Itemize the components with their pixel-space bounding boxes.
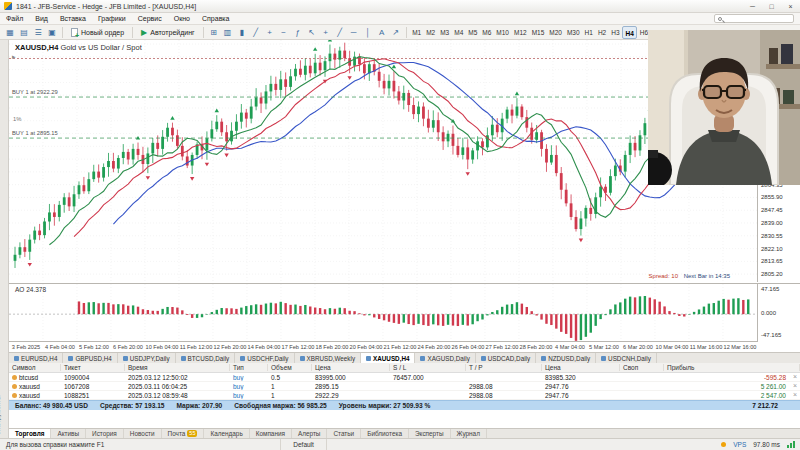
menu-item[interactable]: Справка: [196, 13, 235, 25]
column-header[interactable]: Тикет: [61, 364, 125, 371]
column-header[interactable]: Цена: [542, 364, 620, 371]
timeframe-m3[interactable]: M3: [438, 26, 452, 39]
indicators-icon[interactable]: ƒ: [291, 26, 305, 39]
chart-bars-icon[interactable]: ▥: [221, 26, 235, 39]
column-header[interactable]: Объем: [268, 364, 312, 371]
cursor-icon[interactable]: ↖: [305, 26, 319, 39]
timeframe-m6[interactable]: M6: [480, 26, 494, 39]
column-header[interactable]: Своп: [620, 364, 664, 371]
trendline-icon[interactable]: ╱: [333, 26, 347, 39]
toolbox-tab-label: Журнал: [457, 430, 480, 437]
chart-line-icon[interactable]: ╱: [249, 26, 263, 39]
toolbox-tab[interactable]: Компания: [250, 429, 292, 438]
menu-item[interactable]: Графики: [92, 13, 132, 25]
chart-tab[interactable]: USDCHF,Daily: [235, 353, 294, 363]
chart-tab[interactable]: USDCNH,Daily: [596, 353, 657, 363]
chart-tab[interactable]: NZDUSD,Daily: [536, 353, 596, 363]
column-header[interactable]: S / L: [390, 364, 466, 371]
timeframe-m20[interactable]: M20: [547, 26, 565, 39]
toolbox-tab[interactable]: Статьи: [327, 429, 361, 438]
toolbox-tab[interactable]: Журнал: [451, 429, 487, 438]
timeframe-m1[interactable]: M1: [410, 26, 424, 39]
timeframe-h1[interactable]: H1: [582, 26, 595, 39]
chart-tab[interactable]: XAGUSD,Daily: [415, 353, 475, 363]
close-button[interactable]: ×: [781, 0, 800, 12]
market-watch-icon[interactable]: ▦: [3, 26, 17, 39]
chart-tab[interactable]: XBRUSD,Weekly: [295, 353, 362, 363]
chart-tab[interactable]: USDCAD,Daily: [476, 353, 536, 363]
toolbox-tab[interactable]: Календарь: [204, 429, 249, 438]
menu-item[interactable]: Вставка: [54, 13, 92, 25]
alert-icon[interactable]: [721, 442, 726, 447]
chart-candles-icon[interactable]: ▮: [235, 26, 249, 39]
chart-tab[interactable]: BTCUSD,Daily: [176, 353, 236, 363]
minimize-button[interactable]: ─: [743, 0, 762, 12]
timeframe-m15[interactable]: M15: [529, 26, 547, 39]
data-window-icon[interactable]: ▤: [17, 26, 31, 39]
chart-tabs-bar: EURUSD,H4GBPUSD,H4USDJPY,DailyBTCUSD,Dai…: [9, 352, 800, 363]
chart-tab[interactable]: XAUUSD,H4: [361, 353, 415, 363]
toolbox-tab[interactable]: Библиотека: [361, 429, 409, 438]
menu-item[interactable]: Сервис: [132, 13, 168, 25]
zoom-in-icon[interactable]: +: [263, 26, 277, 39]
indicator-scale-label: -47.165: [761, 332, 781, 338]
menu-item[interactable]: Окно: [168, 13, 196, 25]
toolbox-tab[interactable]: Эксперты: [409, 429, 451, 438]
table-row[interactable]: xauusd10882512025.03.12 08:59:48buy12922…: [9, 391, 800, 400]
close-position-button[interactable]: ×: [793, 374, 797, 380]
column-header[interactable]: Цена: [312, 364, 390, 371]
profile-selector[interactable]: Default: [280, 439, 327, 450]
toolbox-tab[interactable]: Алерты: [292, 429, 327, 438]
timeframe-m5[interactable]: M5: [466, 26, 480, 39]
toolbox-vertical-tab[interactable]: Инструменты: [0, 395, 1, 434]
zoom-out-icon[interactable]: −: [277, 26, 291, 39]
crosshair-icon[interactable]: +: [319, 26, 333, 39]
vps-label[interactable]: VPS: [733, 441, 746, 448]
toolbox-tab[interactable]: Активы: [51, 429, 86, 438]
column-header[interactable]: T / P: [466, 364, 542, 371]
search-input[interactable]: [714, 14, 794, 23]
column-header[interactable]: Прибыль: [664, 364, 800, 371]
hline-icon[interactable]: ─: [347, 26, 361, 39]
maximize-button[interactable]: □: [762, 0, 781, 12]
chart-tab[interactable]: EURUSD,H4: [9, 353, 63, 363]
timeframe-m30[interactable]: M30: [564, 26, 582, 39]
indicator-pane[interactable]: AO 24.378 47.1650.000-47.165: [9, 283, 800, 341]
timeframe-h2[interactable]: H2: [595, 26, 608, 39]
menu-bar: ФайлВидВставкаГрафикиСервисОкноСправка: [0, 13, 800, 25]
toolbox-icon[interactable]: ▣: [45, 26, 59, 39]
menu-item[interactable]: Файл: [0, 13, 29, 25]
vline-icon[interactable]: │: [361, 26, 375, 39]
close-position-button[interactable]: ×: [793, 383, 797, 389]
time-axis[interactable]: 3 Feb 20254 Feb 04:005 Feb 12:006 Feb 20…: [9, 341, 757, 352]
timeframe-h3[interactable]: H3: [609, 26, 622, 39]
close-position-button[interactable]: ×: [793, 392, 797, 398]
timeframe-m2[interactable]: M2: [424, 26, 438, 39]
timeframe-m4[interactable]: M4: [452, 26, 466, 39]
table-row[interactable]: btcusd10900042025.03.12 12:50:02buy0.583…: [9, 373, 800, 382]
chart-tab-icon: [481, 356, 486, 361]
autotrading-button[interactable]: ▶ Автотрейдинг: [136, 26, 200, 39]
timeframe-h4[interactable]: H4: [622, 26, 637, 39]
arrows-icon[interactable]: ↗: [389, 26, 403, 39]
text-icon[interactable]: A: [375, 26, 389, 39]
column-header[interactable]: Тип: [230, 364, 268, 371]
toolbox-tab[interactable]: Почта55: [162, 429, 205, 438]
menu-item[interactable]: Вид: [29, 13, 54, 25]
navigator-icon[interactable]: ☰: [31, 26, 45, 39]
new-chart-icon[interactable]: ⊞: [207, 26, 221, 39]
new-order-button[interactable]: Новый ордер: [66, 26, 129, 39]
summary-item: Свободная маржа: 56 985.25: [234, 402, 326, 409]
toolbar-separator: [132, 27, 133, 38]
column-header[interactable]: Время: [125, 364, 230, 371]
toolbox-tab[interactable]: Новости: [124, 429, 162, 438]
timeframe-m12[interactable]: M12: [511, 26, 529, 39]
timeframe-m10[interactable]: M10: [494, 26, 512, 39]
chart-tab-icon: [300, 356, 305, 361]
column-header[interactable]: Символ: [9, 364, 61, 371]
toolbox-tab[interactable]: Торговля: [9, 429, 51, 438]
table-row[interactable]: xauusd10672082025.03.11 06:04:25buy12895…: [9, 382, 800, 391]
toolbox-tab[interactable]: История: [86, 429, 124, 438]
chart-tab[interactable]: GBPUSD,H4: [63, 353, 117, 363]
chart-tab[interactable]: USDJPY,Daily: [118, 353, 176, 363]
